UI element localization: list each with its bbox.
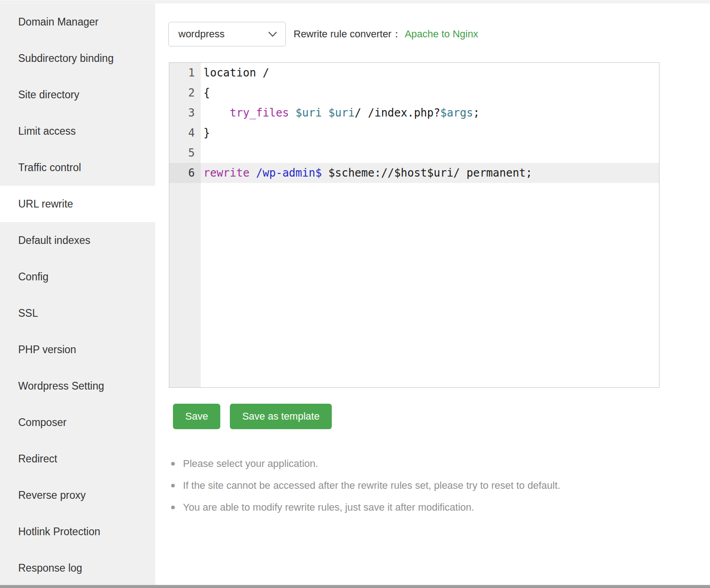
note-item: If the site cannot be accessed after the… [170, 480, 710, 492]
sidebar-item-composer[interactable]: Composer [0, 404, 155, 441]
sidebar-item-subdirectory-binding[interactable]: Subdirectory binding [0, 40, 155, 76]
code-line-5[interactable]: 5 [169, 143, 659, 163]
sidebar-item-url-rewrite[interactable]: URL rewrite [0, 186, 155, 222]
sidebar-item-hotlink-protection[interactable]: Hotlink Protection [0, 513, 155, 550]
code-line-content: { [201, 83, 659, 103]
sidebar-item-php-version[interactable]: PHP version [0, 331, 155, 368]
window-top-edge [0, 0, 710, 3]
chevron-down-icon [268, 31, 277, 37]
editor-actions: Save Save as template [173, 404, 710, 429]
line-number: 1 [169, 63, 201, 83]
url-rewrite-panel: wordpress Rewrite rule converter： Apache… [155, 4, 710, 585]
line-number: 2 [169, 83, 201, 103]
code-line-content: } [201, 123, 659, 143]
code-line-6[interactable]: 6rewrite /wp-admin$ $scheme://$host$uri/… [169, 163, 659, 183]
sidebar-item-default-indexes[interactable]: Default indexes [0, 222, 155, 259]
code-line-4[interactable]: 4} [169, 123, 659, 143]
sidebar-item-response-log[interactable]: Response log [0, 550, 155, 585]
horizontal-scrollbar[interactable] [0, 585, 710, 588]
sidebar-item-ssl[interactable]: SSL [0, 295, 155, 331]
settings-sidebar: Domain ManagerSubdirectory bindingSite d… [0, 4, 155, 585]
note-item: You are able to modify rewrite rules, ju… [170, 502, 710, 513]
code-line-3[interactable]: 3 try_files $uri $uri/ /index.php?$args; [169, 103, 659, 123]
application-select[interactable]: wordpress [168, 22, 286, 46]
save-as-template-button[interactable]: Save as template [230, 404, 332, 429]
line-number: 4 [169, 123, 201, 143]
code-line-content: try_files $uri $uri/ /index.php?$args; [201, 103, 659, 123]
converter-label: Rewrite rule converter： [294, 27, 401, 41]
sidebar-item-site-directory[interactable]: Site directory [0, 76, 155, 113]
sidebar-item-wordpress-setting[interactable]: Wordpress Setting [0, 368, 155, 404]
help-notes-list: Please select your application.If the si… [170, 458, 710, 513]
application-select-value: wordpress [178, 28, 224, 40]
code-line-2[interactable]: 2{ [169, 83, 659, 103]
rewrite-rule-code-editor[interactable]: 1location /2{3 try_files $uri $uri/ /ind… [169, 62, 659, 388]
save-button[interactable]: Save [173, 404, 220, 429]
line-number: 3 [169, 103, 201, 123]
code-line-content: location / [201, 63, 659, 83]
apache-to-nginx-link[interactable]: Apache to Nginx [405, 28, 478, 40]
line-number: 6 [169, 163, 201, 183]
line-number: 5 [169, 143, 201, 163]
note-item: Please select your application. [170, 458, 710, 470]
code-line-content: rewrite /wp-admin$ $scheme://$host$uri/ … [201, 163, 659, 183]
sidebar-item-config[interactable]: Config [0, 259, 155, 295]
sidebar-item-redirect[interactable]: Redirect [0, 441, 155, 477]
sidebar-item-limit-access[interactable]: Limit access [0, 113, 155, 149]
code-line-1[interactable]: 1location / [169, 63, 659, 83]
sidebar-item-reverse-proxy[interactable]: Reverse proxy [0, 477, 155, 513]
code-line-content [201, 143, 659, 163]
sidebar-item-domain-manager[interactable]: Domain Manager [0, 4, 155, 40]
sidebar-item-traffic-control[interactable]: Traffic control [0, 149, 155, 186]
rewrite-toolbar: wordpress Rewrite rule converter： Apache… [168, 22, 710, 46]
